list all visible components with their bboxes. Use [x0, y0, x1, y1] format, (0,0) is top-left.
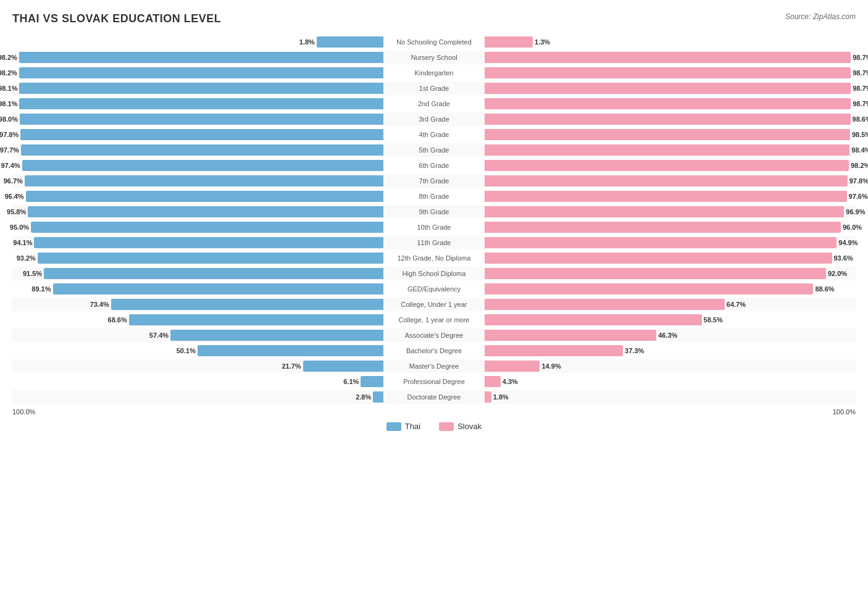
- thai-bar: 98.0%: [20, 114, 383, 125]
- center-label: 12th Grade, No Diploma: [383, 254, 485, 262]
- row-group: 93.2%12th Grade, No Diploma93.6%: [12, 251, 856, 265]
- slovak-value-label: 98.6%: [853, 115, 868, 123]
- slovak-value-label: 96.9%: [846, 208, 865, 215]
- thai-value-label: 98.1%: [0, 85, 17, 92]
- left-section: 98.2%: [12, 66, 383, 80]
- row-group: 97.4%6th Grade98.2%: [12, 159, 856, 172]
- right-section: 98.7%: [485, 82, 856, 95]
- thai-bar: 98.2%: [19, 52, 383, 63]
- slovak-label: Slovak: [457, 422, 482, 431]
- left-section: 57.4%: [12, 328, 383, 342]
- slovak-value-label: 97.8%: [849, 177, 868, 185]
- row-group: 21.7%Master's Degree14.9%: [12, 359, 856, 373]
- slovak-value-label: 98.7%: [853, 69, 868, 77]
- slovak-bar: 98.6%: [485, 114, 851, 125]
- right-section: 98.4%: [485, 143, 856, 157]
- thai-value-label: 1.8%: [299, 38, 315, 46]
- slovak-bar: 58.5%: [485, 314, 702, 325]
- slovak-bar: 92.0%: [485, 268, 826, 279]
- row-group: 57.4%Associate's Degree46.3%: [12, 328, 856, 342]
- thai-bar: 94.1%: [34, 237, 383, 248]
- left-section: 73.4%: [12, 298, 383, 311]
- left-section: 97.4%: [12, 159, 383, 172]
- right-section: 94.9%: [485, 236, 856, 249]
- legend-thai: Thai: [386, 422, 420, 431]
- right-section: 1.3%: [485, 35, 856, 49]
- left-section: 6.1%: [12, 375, 383, 388]
- slovak-value-label: 98.5%: [852, 131, 868, 138]
- slovak-value-label: 88.6%: [815, 285, 834, 293]
- center-label: Bachelor's Degree: [383, 347, 485, 354]
- right-section: 98.6%: [485, 112, 856, 126]
- center-label: 4th Grade: [383, 131, 485, 138]
- slovak-bar: 97.6%: [485, 191, 847, 202]
- right-section: 88.6%: [485, 282, 856, 296]
- right-section: 37.3%: [485, 344, 856, 357]
- thai-bar: 68.6%: [129, 314, 383, 325]
- thai-bar: 21.7%: [303, 361, 383, 372]
- row-group: 95.8%9th Grade96.9%: [12, 205, 856, 219]
- left-section: 98.1%: [12, 97, 383, 111]
- slovak-bar: 94.9%: [485, 237, 837, 248]
- slovak-value-label: 46.3%: [658, 332, 677, 339]
- chart-title: THAI VS SLOVAK EDUCATION LEVEL: [12, 12, 221, 25]
- left-section: 97.8%: [12, 128, 383, 141]
- thai-value-label: 96.7%: [4, 177, 23, 185]
- slovak-value-label: 94.9%: [838, 239, 858, 246]
- center-label: Master's Degree: [383, 362, 485, 370]
- slovak-value-label: 97.6%: [849, 193, 868, 200]
- center-label: College, 1 year or more: [383, 316, 485, 324]
- slovak-value-label: 92.0%: [828, 270, 847, 277]
- row-group: 97.8%4th Grade98.5%: [12, 128, 856, 141]
- left-section: 98.0%: [12, 112, 383, 126]
- thai-value-label: 98.2%: [0, 69, 17, 77]
- center-label: 11th Grade: [383, 239, 485, 246]
- thai-value-label: 57.4%: [149, 332, 169, 339]
- left-section: 95.0%: [12, 220, 383, 234]
- footer-left: 100.0%: [12, 408, 35, 416]
- slovak-bar: 14.9%: [485, 361, 540, 372]
- slovak-bar: 96.0%: [485, 222, 841, 233]
- footer-right: 100.0%: [833, 408, 856, 416]
- slovak-value-label: 98.7%: [853, 54, 868, 61]
- left-section: 89.1%: [12, 282, 383, 296]
- chart-container: THAI VS SLOVAK EDUCATION LEVEL Source: Z…: [12, 12, 856, 431]
- slovak-bar: 37.3%: [485, 345, 623, 356]
- center-label: 3rd Grade: [383, 115, 485, 123]
- thai-value-label: 95.8%: [7, 208, 26, 215]
- legend-slovak: Slovak: [439, 422, 482, 431]
- row-group: 98.1%1st Grade98.7%: [12, 82, 856, 95]
- center-label: 2nd Grade: [383, 100, 485, 107]
- row-group: 95.0%10th Grade96.0%: [12, 220, 856, 234]
- slovak-bar: 97.8%: [485, 175, 848, 186]
- thai-bar: 50.1%: [198, 345, 383, 356]
- center-label: 1st Grade: [383, 85, 485, 92]
- slovak-bar: 98.7%: [485, 67, 851, 78]
- thai-value-label: 94.1%: [13, 239, 32, 246]
- thai-label: Thai: [405, 422, 420, 431]
- left-section: 97.7%: [12, 143, 383, 157]
- thai-value-label: 97.8%: [0, 131, 19, 138]
- thai-bar: 73.4%: [111, 299, 383, 310]
- center-label: Nursery School: [383, 54, 485, 61]
- center-label: 8th Grade: [383, 193, 485, 200]
- chart-source: Source: ZipAtlas.com: [785, 12, 856, 21]
- slovak-value-label: 14.9%: [541, 362, 561, 370]
- thai-bar: 2.8%: [373, 391, 383, 403]
- thai-bar: 98.2%: [19, 67, 383, 78]
- thai-bar: 97.7%: [21, 144, 383, 156]
- chart-area: 1.8%No Schooling Completed1.3%98.2%Nurse…: [12, 35, 856, 406]
- row-group: 94.1%11th Grade94.9%: [12, 236, 856, 249]
- row-group: 68.6%College, 1 year or more58.5%: [12, 313, 856, 327]
- slovak-bar: 98.5%: [485, 129, 850, 140]
- slovak-bar: 98.4%: [485, 144, 849, 156]
- right-section: 96.0%: [485, 220, 856, 234]
- left-section: 68.6%: [12, 313, 383, 327]
- row-group: 50.1%Bachelor's Degree37.3%: [12, 344, 856, 357]
- slovak-bar: 1.8%: [485, 391, 491, 403]
- right-section: 98.7%: [485, 66, 856, 80]
- row-group: 96.7%7th Grade97.8%: [12, 174, 856, 188]
- right-section: 4.3%: [485, 375, 856, 388]
- row-group: 98.2%Nursery School98.7%: [12, 51, 856, 64]
- right-section: 98.7%: [485, 51, 856, 64]
